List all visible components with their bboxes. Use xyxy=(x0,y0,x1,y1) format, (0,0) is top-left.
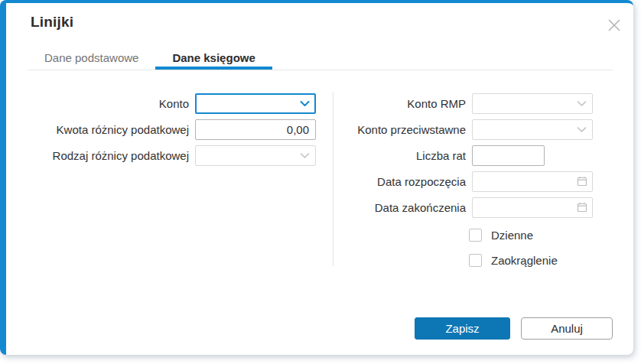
checkbox-row-zaokraglenie: Zaokrąglenie xyxy=(469,254,593,267)
dzienne-checkbox[interactable] xyxy=(469,229,482,242)
tab-dane-ksiegowe[interactable]: Dane księgowe xyxy=(155,49,272,70)
save-button[interactable]: Zapisz xyxy=(415,317,510,340)
data-rozpoczecia-input xyxy=(472,171,593,192)
zaokraglenie-label: Zaokrąglenie xyxy=(491,254,558,267)
dialog-footer: Zapisz Anuluj xyxy=(415,317,613,340)
checkbox-row-dzienne: Dzienne xyxy=(469,229,593,242)
konto-rmp-select xyxy=(472,93,593,114)
rodzaj-roznicy-label: Rodzaj różnicy podatkowej xyxy=(53,149,189,162)
zaokraglenie-checkbox[interactable] xyxy=(469,254,482,267)
close-icon xyxy=(607,18,621,32)
dzienne-label: Dzienne xyxy=(491,229,533,242)
form-row-kwota: Kwota różnicy podatkowej xyxy=(6,119,316,140)
form-row-konto-rmp: Konto RMP xyxy=(333,93,593,114)
konto-label: Konto xyxy=(159,97,189,110)
tab-bar: Dane podstawowe Dane księgowe xyxy=(28,49,613,70)
form-row-rodzaj: Rodzaj różnicy podatkowej xyxy=(6,145,316,166)
kwota-roznicy-input[interactable] xyxy=(195,119,316,140)
linijki-dialog: Linijki Dane podstawowe Dane księgowe Ko… xyxy=(0,0,633,355)
tab-dane-podstawowe[interactable]: Dane podstawowe xyxy=(28,49,155,70)
konto-przeciwstawne-label: Konto przeciwstawne xyxy=(357,123,466,136)
rodzaj-roznicy-select xyxy=(195,145,316,166)
form-row-konto-przeciwstawne: Konto przeciwstawne xyxy=(333,119,593,140)
form-row-data-zakonczenia: Data zakończenia xyxy=(333,197,593,218)
form-row-data-rozpoczecia: Data rozpoczęcia xyxy=(333,171,593,192)
form-row-liczba-rat: Liczba rat xyxy=(333,145,593,166)
right-column: Konto RMP Konto przeciwstawne xyxy=(333,93,593,267)
konto-select[interactable] xyxy=(195,93,316,114)
konto-rmp-label: Konto RMP xyxy=(407,97,466,110)
page-title: Linijki xyxy=(31,14,73,31)
konto-przeciwstawne-select xyxy=(472,119,593,140)
kwota-roznicy-label: Kwota różnicy podatkowej xyxy=(57,123,189,136)
data-zakonczenia-input xyxy=(472,197,593,218)
data-rozpoczecia-label: Data rozpoczęcia xyxy=(377,175,466,188)
data-zakonczenia-label: Data zakończenia xyxy=(375,201,466,214)
liczba-rat-label: Liczba rat xyxy=(416,149,466,162)
left-column: Konto Kwota różnicy podatkowej Rodzaj ró… xyxy=(6,93,316,171)
liczba-rat-input[interactable] xyxy=(472,145,545,166)
close-button[interactable] xyxy=(603,14,626,37)
form-row-konto: Konto xyxy=(6,93,316,114)
cancel-button[interactable]: Anuluj xyxy=(521,317,613,340)
